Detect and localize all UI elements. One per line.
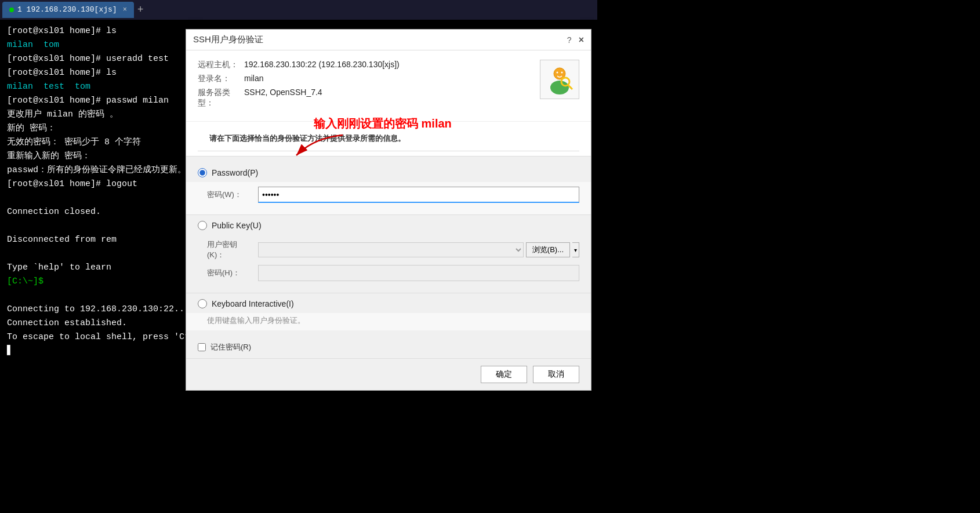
pubkey-radio[interactable]: [198, 221, 207, 230]
password-label: Password(P): [212, 168, 258, 177]
server-type-row: 服务器类型： SSH2, OpenSSH_7.4: [198, 88, 540, 108]
svg-point-5: [557, 72, 558, 74]
dialog-footer: 确定 取消: [186, 358, 591, 390]
remote-host-row: 远程主机： 192.168.230.130:22 (192.168.230.13…: [198, 60, 540, 70]
login-name-label: 登录名：: [198, 74, 244, 84]
pubkey-key-label: 用户密钥(K)：: [207, 239, 253, 260]
password-radio-row[interactable]: Password(P): [186, 162, 591, 182]
right-panel: [597, 0, 980, 513]
dialog-body: Password(P) 密码(W)： Public Key(U) 用户密钥(K)…: [186, 157, 591, 336]
dialog-instruction: 请在下面选择恰当的身份验证方法并提供登录所需的信息。: [198, 128, 579, 151]
password-radio[interactable]: [198, 168, 207, 177]
keyboard-label: Keyboard Interactive(I): [212, 299, 294, 308]
tab-add-icon[interactable]: +: [137, 2, 144, 18]
instruction-text: 请在下面选择恰当的身份验证方法并提供登录所需的信息。: [209, 134, 405, 143]
password-fields: 密码(W)：: [186, 182, 591, 214]
remember-label: 记住密码(R): [210, 342, 251, 352]
pubkey-browse-button[interactable]: 浏览(B)...: [526, 242, 570, 257]
tab-item[interactable]: 1 192.168.230.130[xjs] ×: [2, 2, 134, 18]
password-field-row: 密码(W)：: [207, 187, 579, 203]
svg-point-1: [550, 81, 569, 94]
password-section: Password(P) 密码(W)：: [186, 162, 591, 215]
remote-host-value: 192.168.230.130:22 (192.168.230.130[xjs]…: [244, 60, 400, 70]
dialog-close-button[interactable]: ×: [579, 35, 584, 45]
pubkey-passphrase-row: 密码(H)：: [207, 265, 579, 281]
keyboard-section: Keyboard Interactive(I) 使用键盘输入用户身份验证。: [186, 293, 591, 330]
tab-close-icon[interactable]: ×: [123, 5, 127, 15]
server-type-value: SSH2, OpenSSH_7.4: [244, 88, 322, 108]
pubkey-passphrase-input: [258, 265, 579, 281]
ok-button[interactable]: 确定: [481, 366, 527, 383]
tab-label: 1 192.168.230.130[xjs]: [17, 4, 117, 16]
pubkey-select-wrapper: 浏览(B)... ▾: [258, 242, 579, 257]
pubkey-passphrase-label: 密码(H)：: [207, 268, 253, 278]
password-input[interactable]: [258, 187, 579, 203]
pubkey-fields: 用户密钥(K)： 浏览(B)... ▾ 密码(H)：: [186, 235, 591, 293]
key-icon: [540, 60, 579, 99]
tab-status-dot: [9, 8, 14, 12]
remote-host-label: 远程主机：: [198, 60, 244, 70]
dialog-controls: ? ×: [567, 35, 584, 45]
cancel-button[interactable]: 取消: [533, 366, 579, 383]
svg-point-6: [561, 72, 563, 74]
login-name-row: 登录名： milan: [198, 74, 540, 84]
dialog-header: 远程主机： 192.168.230.130:22 (192.168.230.13…: [186, 50, 591, 121]
pubkey-radio-row[interactable]: Public Key(U): [186, 215, 591, 235]
dialog-titlebar: SSH用户身份验证 ? ×: [186, 30, 591, 50]
keyboard-radio-row[interactable]: Keyboard Interactive(I): [186, 293, 591, 313]
pubkey-select[interactable]: [258, 242, 524, 257]
ssh-auth-dialog: SSH用户身份验证 ? × 远程主机： 192.168.230.130:22 (…: [186, 29, 591, 391]
svg-line-4: [570, 87, 571, 88]
pubkey-label: Public Key(U): [212, 221, 262, 230]
keyboard-radio[interactable]: [198, 299, 207, 308]
keyboard-description: 使用键盘输入用户身份验证。: [186, 313, 591, 330]
login-name-value: milan: [244, 74, 263, 84]
dialog-title: SSH用户身份验证: [193, 34, 263, 45]
dialog-info: 远程主机： 192.168.230.130:22 (192.168.230.13…: [198, 60, 540, 112]
remember-row: 记住密码(R): [186, 336, 591, 358]
pubkey-key-row: 用户密钥(K)： 浏览(B)... ▾: [207, 239, 579, 260]
password-field-label: 密码(W)：: [207, 190, 253, 200]
pubkey-browse-dropdown[interactable]: ▾: [572, 242, 579, 257]
pubkey-section: Public Key(U) 用户密钥(K)： 浏览(B)... ▾ 密码(H)：: [186, 215, 591, 293]
dialog-help-button[interactable]: ?: [567, 35, 572, 45]
server-type-label: 服务器类型：: [198, 88, 244, 108]
remember-checkbox[interactable]: [198, 343, 206, 351]
